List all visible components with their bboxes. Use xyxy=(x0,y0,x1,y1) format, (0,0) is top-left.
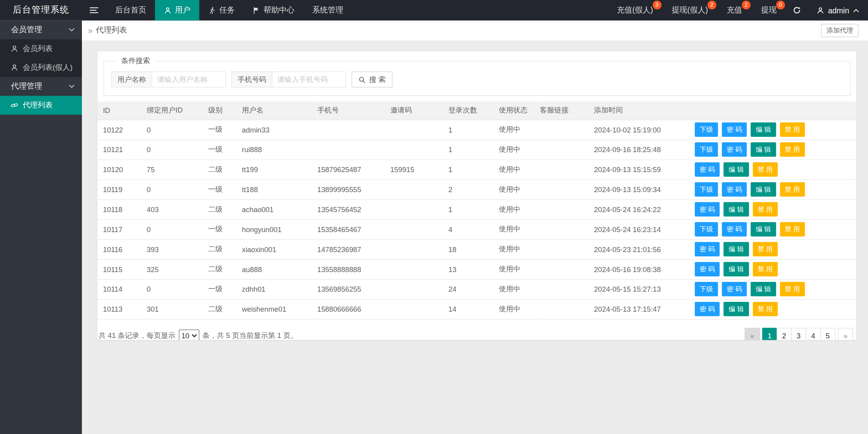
password-button[interactable]: 密 码 xyxy=(722,282,747,296)
pagination-prev-button[interactable]: « xyxy=(745,328,759,340)
pagination-next-button[interactable]: » xyxy=(838,328,853,340)
cell-created_at: 2024-05-24 16:23:14 xyxy=(594,219,695,239)
edit-button[interactable]: 编 辑 xyxy=(724,162,749,177)
cell-id: 10121 xyxy=(98,140,147,160)
cell-status: 使用中 xyxy=(499,219,540,239)
withdraw-menu-item[interactable]: 提现0 xyxy=(752,0,786,20)
user-icon xyxy=(11,45,18,53)
cell-actions: 密 码编 辑禁 用 xyxy=(695,299,856,319)
recharge-menu-item[interactable]: 充值2 xyxy=(718,0,752,20)
cell-username: hongyun001 xyxy=(242,219,317,239)
sidebar-item-member-list[interactable]: 会员列表 xyxy=(0,39,82,58)
cell-phone: 13558888888 xyxy=(317,259,390,279)
topnav-item-user[interactable]: 用户 xyxy=(155,0,199,20)
content-card: 条件搜索 用户名称 手机号码 搜 索 xyxy=(98,51,857,340)
task-icon xyxy=(208,6,216,14)
disable-button[interactable]: 禁 用 xyxy=(780,122,805,137)
sub-agents-button[interactable]: 下级 xyxy=(695,182,718,197)
disable-button[interactable]: 禁 用 xyxy=(780,182,805,197)
edit-button[interactable]: 编 辑 xyxy=(751,222,776,236)
cell-service_link xyxy=(540,140,594,160)
refresh-button[interactable] xyxy=(786,0,808,20)
cell-id: 10122 xyxy=(98,120,147,140)
pagination-page-1[interactable]: 1 xyxy=(762,328,777,340)
edit-button[interactable]: 编 辑 xyxy=(724,202,749,217)
page-size-select[interactable]: 10 xyxy=(179,330,199,340)
cell-level: 一级 xyxy=(208,140,242,160)
password-button[interactable]: 密 码 xyxy=(722,142,747,157)
cell-id: 10114 xyxy=(98,279,147,299)
sidebar-group-children: 会员列表会员列表(假人) xyxy=(0,39,82,77)
disable-button[interactable]: 禁 用 xyxy=(753,302,778,316)
add-agent-button[interactable]: 添加代理 xyxy=(821,24,859,37)
topnav-item-label: 系统管理 xyxy=(312,5,343,15)
cell-bound_user_id: 0 xyxy=(147,180,208,200)
username-input[interactable] xyxy=(152,71,226,87)
table-row: 10118403二级achao001135457564521使用中2024-05… xyxy=(98,200,857,220)
password-button[interactable]: 密 码 xyxy=(695,262,720,276)
sidebar-group-member-mgmt[interactable]: 会员管理 xyxy=(0,20,82,39)
edit-button[interactable]: 编 辑 xyxy=(751,122,776,137)
cell-username: xiaoxin001 xyxy=(242,239,317,259)
cell-status: 使用中 xyxy=(499,279,540,299)
hamburger-button[interactable] xyxy=(82,0,106,20)
pagination-page-3[interactable]: 3 xyxy=(791,328,806,340)
withdraw-fake-menu-item[interactable]: 提现(假人)2 xyxy=(662,0,717,20)
recharge-fake-menu-item[interactable]: 充值(假人)3 xyxy=(607,0,662,20)
refresh-icon xyxy=(793,6,801,15)
breadcrumb: » 代理列表 xyxy=(88,25,127,35)
notice-items: 充值(假人)3提现(假人)2充值2提现0 xyxy=(607,0,786,20)
topnav-item-task[interactable]: 任务 xyxy=(199,0,244,20)
cell-login_count: 1 xyxy=(448,120,499,140)
password-button[interactable]: 密 码 xyxy=(695,162,720,177)
chevron-down-icon xyxy=(69,28,75,32)
cell-invite_code xyxy=(390,299,448,319)
cell-bound_user_id: 0 xyxy=(147,219,208,239)
pagination-page-2[interactable]: 2 xyxy=(777,328,792,340)
topnav-item-help[interactable]: 帮助中心 xyxy=(244,0,304,20)
disable-button[interactable]: 禁 用 xyxy=(780,222,805,236)
cell-id: 10115 xyxy=(98,259,147,279)
edit-button[interactable]: 编 辑 xyxy=(724,302,749,316)
password-button[interactable]: 密 码 xyxy=(722,122,747,137)
sub-agents-button[interactable]: 下级 xyxy=(695,142,718,157)
password-button[interactable]: 密 码 xyxy=(695,202,720,217)
user-menu[interactable]: admin xyxy=(808,0,868,20)
edit-button[interactable]: 编 辑 xyxy=(724,242,749,256)
cell-phone: 15358465467 xyxy=(317,219,390,239)
disable-button[interactable]: 禁 用 xyxy=(753,162,778,177)
sidebar-item-agent-list[interactable]: 代理列表 xyxy=(0,96,82,114)
edit-button[interactable]: 编 辑 xyxy=(724,262,749,276)
phone-input[interactable] xyxy=(272,71,346,87)
table-row: 101170一级hongyun001153584654674使用中2024-05… xyxy=(98,219,857,239)
disable-button[interactable]: 禁 用 xyxy=(753,262,778,276)
sidebar-group-agent-mgmt[interactable]: 代理管理 xyxy=(0,77,82,96)
edit-button[interactable]: 编 辑 xyxy=(751,142,776,157)
recharge-fake-label: 充值(假人) xyxy=(617,5,653,15)
sub-agents-button[interactable]: 下级 xyxy=(695,282,718,296)
sidebar-item-member-list-fake[interactable]: 会员列表(假人) xyxy=(0,58,82,77)
edit-button[interactable]: 编 辑 xyxy=(751,282,776,296)
pagination-page-5[interactable]: 5 xyxy=(820,328,835,340)
search-button[interactable]: 搜 索 xyxy=(352,71,392,87)
cell-phone: 13545756452 xyxy=(317,200,390,220)
sub-agents-button[interactable]: 下级 xyxy=(695,222,718,236)
disable-button[interactable]: 禁 用 xyxy=(753,202,778,217)
column-header: 添加时间 xyxy=(594,102,695,120)
cell-invite_code xyxy=(390,219,448,239)
password-button[interactable]: 密 码 xyxy=(722,182,747,197)
password-button[interactable]: 密 码 xyxy=(695,302,720,316)
cell-actions: 密 码编 辑禁 用 xyxy=(695,239,856,259)
sub-agents-button[interactable]: 下级 xyxy=(695,122,718,137)
password-button[interactable]: 密 码 xyxy=(722,222,747,236)
pagination-page-4[interactable]: 4 xyxy=(806,328,821,340)
disable-button[interactable]: 禁 用 xyxy=(753,242,778,256)
cell-invite_code xyxy=(390,259,448,279)
search-button-label: 搜 索 xyxy=(369,74,386,84)
password-button[interactable]: 密 码 xyxy=(695,242,720,256)
edit-button[interactable]: 编 辑 xyxy=(751,182,776,197)
topnav-item-system[interactable]: 系统管理 xyxy=(303,0,352,20)
disable-button[interactable]: 禁 用 xyxy=(780,282,805,296)
disable-button[interactable]: 禁 用 xyxy=(780,142,805,157)
topnav-item-home[interactable]: 后台首页 xyxy=(106,0,155,20)
